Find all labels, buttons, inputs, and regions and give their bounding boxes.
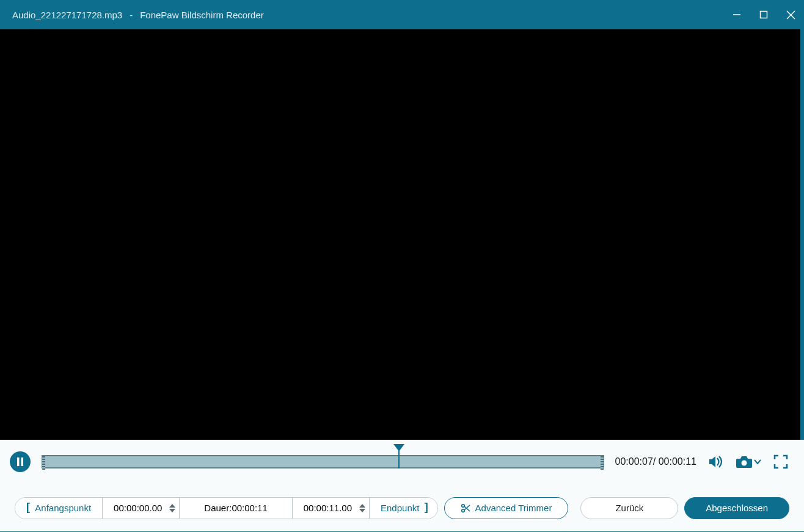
trim-start-handle[interactable] (42, 456, 45, 470)
window-controls (723, 0, 804, 29)
minimize-icon (733, 10, 741, 19)
end-label: Endpunkt (381, 503, 419, 513)
playback-bar: 00:00:07/ 00:00:11 (0, 440, 804, 484)
app-name: FonePaw Bildschirm Recorder (140, 10, 264, 20)
progress-track[interactable] (42, 455, 604, 468)
bracket-right-icon: ] (425, 501, 428, 514)
fullscreen-icon (773, 454, 788, 469)
start-time-down[interactable] (169, 509, 175, 512)
maximize-icon (759, 10, 768, 19)
pause-button[interactable] (10, 451, 31, 472)
start-label: Anfangspunkt (35, 503, 91, 513)
title-text: Audio_221227171728.mp3 - FonePaw Bildsch… (12, 10, 264, 20)
end-time-value: 00:00:11.00 (304, 503, 352, 513)
advanced-trimmer-label: Advanced Trimmer (475, 503, 552, 513)
close-icon (786, 10, 795, 20)
bracket-left-icon: [ (26, 501, 30, 514)
playhead[interactable] (393, 444, 404, 468)
svg-rect-5 (21, 457, 24, 466)
trim-toolbar: [ Anfangspunkt 00:00:00.00 Dauer:00:00:1… (0, 484, 804, 531)
duration-value: 00:00:11 (232, 503, 267, 513)
pause-icon (16, 457, 24, 467)
filename: Audio_221227171728.mp3 (12, 10, 122, 20)
svg-rect-1 (761, 12, 767, 18)
back-button[interactable]: Zurück (580, 497, 678, 519)
end-time-up[interactable] (359, 504, 365, 508)
scissors-icon (461, 503, 470, 513)
time-display: 00:00:07/ 00:00:11 (615, 456, 696, 467)
title-separator: - (130, 10, 133, 20)
duration-prefix: Dauer: (204, 503, 232, 513)
title-bar: Audio_221227171728.mp3 - FonePaw Bildsch… (0, 0, 804, 29)
svg-rect-4 (17, 457, 20, 466)
advanced-trimmer-button[interactable]: Advanced Trimmer (444, 497, 569, 519)
svg-point-6 (742, 461, 747, 466)
camera-icon (736, 455, 753, 468)
minimize-button[interactable] (723, 0, 750, 29)
set-start-button[interactable]: [ Anfangspunkt (15, 498, 103, 519)
trim-end-handle[interactable] (601, 456, 604, 470)
screenshot-button[interactable] (736, 455, 761, 468)
done-button[interactable]: Abgeschlossen (684, 497, 789, 519)
end-time-input[interactable]: 00:00:11.00 (293, 498, 370, 519)
duration-display: Dauer:00:00:11 (180, 498, 292, 519)
done-label: Abgeschlossen (706, 503, 768, 513)
volume-icon (708, 454, 724, 469)
video-preview-area[interactable] (0, 29, 800, 440)
close-button[interactable] (777, 0, 804, 29)
progress-bar[interactable] (42, 453, 604, 471)
start-time-spinner (169, 504, 175, 512)
volume-button[interactable] (707, 453, 725, 470)
set-end-button[interactable]: Endpunkt ] (370, 498, 438, 519)
back-label: Zurück (615, 503, 643, 513)
end-time-spinner (359, 504, 365, 512)
start-time-input[interactable]: 00:00:00.00 (103, 498, 180, 519)
start-time-up[interactable] (169, 504, 175, 508)
trim-range-control: [ Anfangspunkt 00:00:00.00 Dauer:00:00:1… (15, 497, 438, 519)
maximize-button[interactable] (750, 0, 777, 29)
start-time-value: 00:00:00.00 (114, 503, 162, 513)
end-time-down[interactable] (359, 509, 365, 512)
chevron-down-icon (754, 459, 761, 465)
fullscreen-button[interactable] (772, 453, 789, 470)
